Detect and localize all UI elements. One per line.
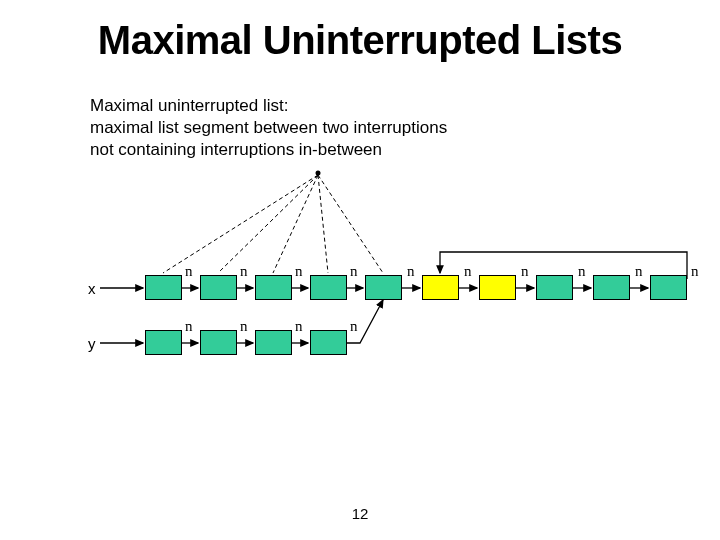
y-node-0 [145, 330, 182, 355]
x-node-6 [479, 275, 516, 300]
y-edge-2: n [295, 318, 303, 335]
x-edge-7: n [578, 263, 586, 280]
svg-line-17 [273, 175, 318, 273]
desc-line-3: not containing interruptions in-between [90, 139, 447, 161]
definition-text: Maximal uninterrupted list: maximal list… [90, 95, 447, 161]
x-node-1 [200, 275, 237, 300]
page-title: Maximal Uninterrupted Lists [0, 18, 720, 63]
x-edge-0: n [185, 263, 193, 280]
arrows-overlay [0, 0, 720, 540]
x-edge-8: n [635, 263, 643, 280]
desc-line-2: maximal list segment between two interru… [90, 117, 447, 139]
x-edge-6: n [521, 263, 529, 280]
svg-line-18 [318, 175, 328, 273]
y-node-2 [255, 330, 292, 355]
svg-point-14 [316, 171, 321, 176]
desc-line-1: Maximal uninterrupted list: [90, 95, 447, 117]
x-node-9 [650, 275, 687, 300]
x-edge-5: n [464, 263, 472, 280]
svg-line-15 [163, 175, 318, 273]
svg-line-16 [218, 175, 318, 273]
x-edge-9: n [691, 263, 699, 280]
x-node-7 [536, 275, 573, 300]
page-number: 12 [0, 505, 720, 522]
x-node-5 [422, 275, 459, 300]
y-edge-3: n [350, 318, 358, 335]
x-node-2 [255, 275, 292, 300]
y-node-3 [310, 330, 347, 355]
x-edge-2: n [295, 263, 303, 280]
y-node-1 [200, 330, 237, 355]
x-node-8 [593, 275, 630, 300]
y-edge-0: n [185, 318, 193, 335]
x-node-3 [310, 275, 347, 300]
svg-line-19 [318, 175, 383, 273]
x-node-4 [365, 275, 402, 300]
x-edge-4: n [407, 263, 415, 280]
list-x-label: x [88, 280, 96, 297]
x-edge-3: n [350, 263, 358, 280]
x-edge-1: n [240, 263, 248, 280]
list-y-label: y [88, 335, 96, 352]
y-edge-1: n [240, 318, 248, 335]
x-node-0 [145, 275, 182, 300]
